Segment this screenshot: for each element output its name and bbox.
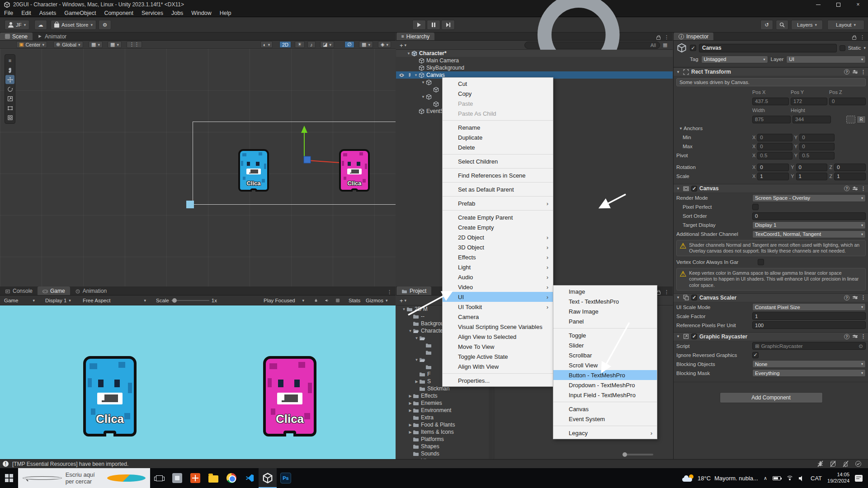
rotation-x-field[interactable]: 0 — [757, 164, 789, 171]
scene-lighting-button[interactable]: ☀ — [295, 41, 305, 48]
menu-item-toggle-active-state[interactable]: Toggle Active State — [443, 352, 553, 361]
cloud-button[interactable]: ☁ — [34, 20, 47, 30]
height-field[interactable]: 344 — [793, 116, 831, 123]
hierarchy-search-input[interactable]: All — [524, 42, 660, 49]
taskbar-file-explorer[interactable] — [204, 468, 222, 488]
scale-x-field[interactable]: 1 — [757, 173, 789, 180]
component-enabled-checkbox[interactable]: ✓ — [691, 295, 697, 300]
hierarchy-options-icon[interactable]: ▦ — [663, 42, 667, 48]
grid-snap-button[interactable]: ▦▾ — [89, 41, 103, 48]
menu-item-video[interactable]: Video› — [443, 282, 553, 292]
lock-icon[interactable] — [656, 37, 660, 40]
scale-slider-thumb[interactable] — [172, 298, 177, 303]
tag-dropdown[interactable]: Untagged▾ — [701, 56, 768, 63]
static-checkbox[interactable] — [840, 45, 845, 51]
taskbar-unity[interactable] — [259, 468, 277, 488]
lock-icon[interactable] — [852, 37, 856, 40]
pause-button[interactable] — [427, 20, 440, 30]
vertex-color-checkbox[interactable] — [758, 259, 764, 265]
expander-icon[interactable]: ▶ — [414, 380, 419, 384]
pos-y-field[interactable]: 172 — [791, 98, 827, 105]
project-zoom-slider[interactable] — [623, 454, 653, 455]
hand-icon[interactable] — [407, 72, 411, 77]
keyboard-language[interactable]: CAT — [811, 475, 822, 482]
menu-item-legacy[interactable]: Legacy› — [553, 428, 657, 438]
kebab-menu-icon[interactable]: ⋮ — [664, 289, 669, 295]
menu-item-raw-image[interactable]: Raw Image — [553, 306, 657, 316]
tray-expand-icon[interactable]: ∧ — [764, 475, 767, 481]
tab-console[interactable]: Console — [0, 286, 38, 295]
project-folder-environment[interactable]: ▶ Environment — [396, 407, 489, 414]
rotation-z-field[interactable]: 0 — [834, 164, 866, 171]
blocking-objects-dropdown[interactable]: None▾ — [752, 360, 866, 368]
project-folder-extra[interactable]: Extra — [396, 414, 489, 421]
project-folder-sounds[interactable]: Sounds — [396, 450, 489, 457]
expander-icon[interactable]: ▼ — [414, 336, 419, 340]
cache-server-disabled-icon[interactable] — [830, 460, 836, 467]
gizmos-dropdown[interactable]: ◈▾ — [378, 41, 391, 48]
scale-y-field[interactable]: 1 — [796, 173, 828, 180]
expander-icon[interactable]: ▼ — [414, 358, 419, 362]
taskbar-photoshop[interactable]: Ps — [277, 468, 295, 488]
expander-icon[interactable]: ▼ — [420, 95, 426, 99]
tab-animation[interactable]: Animation — [70, 286, 112, 295]
wifi-icon[interactable] — [786, 476, 793, 481]
layout-dropdown[interactable]: Layout▾ — [827, 20, 864, 30]
vsync-button[interactable] — [334, 296, 342, 304]
account-button[interactable]: JF▾ — [5, 20, 29, 30]
menu-item-canvas[interactable]: Canvas — [553, 404, 657, 414]
menubar-item-assets[interactable]: Assets — [35, 10, 61, 16]
tab-inspector[interactable]: i Inspector — [674, 33, 713, 40]
menu-item-set-as-default-parent[interactable]: Set as Default Parent — [443, 184, 553, 194]
scene-effects-dropdown[interactable]: ◪▾ — [320, 41, 334, 48]
move-tool-button[interactable] — [5, 75, 14, 84]
menu-item-ui-toolkit[interactable]: UI Toolkit› — [443, 302, 553, 312]
kebab-menu-icon[interactable]: ⋮ — [861, 69, 866, 75]
project-folder-enemies[interactable]: ▶ Enemies — [396, 399, 489, 407]
taskbar-app-orange[interactable] — [186, 468, 204, 488]
transform-tool-button[interactable] — [5, 113, 14, 122]
menu-item-create-empty-parent[interactable]: Create Empty Parent — [443, 212, 553, 222]
camera-settings-dropdown[interactable]: ▦▾ — [359, 41, 373, 48]
asset-store-button[interactable]: Asset Store▾ — [51, 20, 96, 30]
menu-item-camera[interactable]: Camera — [443, 312, 553, 322]
menu-item-scrollbar[interactable]: Scrollbar — [553, 350, 657, 360]
close-button[interactable]: × — [848, 0, 868, 9]
add-component-button[interactable]: Add Component — [720, 392, 823, 403]
gizmos-toggle-dropdown[interactable]: Gizmos▾ — [363, 296, 390, 304]
scale-factor-field[interactable]: 1 — [752, 312, 866, 320]
target-display-dropdown[interactable]: Display 1▾ — [752, 221, 866, 229]
scale-z-field[interactable]: 1 — [834, 173, 866, 180]
active-checkbox[interactable]: ✓ — [690, 45, 696, 51]
expander-icon[interactable]: ▶ — [408, 408, 413, 413]
reference-pixels-per-unit-field[interactable]: 100 — [752, 321, 866, 329]
menu-item-align-with-view[interactable]: Align With View — [443, 361, 553, 371]
task-view-button[interactable] — [150, 468, 168, 488]
tab-scene[interactable]: Scene — [0, 33, 33, 40]
anchors-max-y-field[interactable]: 0 — [799, 143, 834, 150]
project-folder-food-plants[interactable]: ▶ Food & Plants — [396, 421, 489, 428]
blocking-mask-dropdown[interactable]: Everything▾ — [752, 369, 866, 377]
scene-visibility-button[interactable]: ∅ — [344, 41, 354, 48]
volume-icon[interactable] — [799, 475, 805, 481]
weather-widget[interactable]: 18°C Mayorm. nubla... — [682, 474, 758, 482]
taskbar-chrome[interactable] — [222, 468, 241, 488]
menu-item-select-children[interactable]: Select Children — [443, 156, 553, 166]
rotation-y-field[interactable]: 0 — [796, 164, 828, 171]
menu-item-slider[interactable]: Slider — [553, 340, 657, 350]
settings-button[interactable]: ⚙ — [99, 20, 111, 30]
rect-tool-button[interactable] — [5, 103, 14, 113]
menubar-item-file[interactable]: File — [0, 10, 17, 16]
character-sprite[interactable]: Clica — [339, 149, 370, 192]
anchors-min-y-field[interactable]: 0 — [799, 134, 834, 141]
menu-item-3d-object[interactable]: 3D Object› — [443, 242, 553, 252]
anchors-max-x-field[interactable]: 0 — [757, 143, 792, 150]
expander-icon[interactable]: ▼ — [413, 73, 419, 77]
menu-item-cut[interactable]: Cut — [443, 79, 553, 89]
project-folder-platforms[interactable]: Platforms — [396, 436, 489, 443]
menubar-item-gameobject[interactable]: GameObject — [60, 10, 100, 16]
project-folder-shapes[interactable]: Shapes — [396, 443, 489, 450]
menu-item-button-textmeshpro[interactable]: Button - TextMeshPro — [553, 370, 657, 380]
project-add-button[interactable]: +▾ — [400, 297, 406, 304]
gameobject-name-field[interactable]: Canvas — [699, 44, 837, 52]
